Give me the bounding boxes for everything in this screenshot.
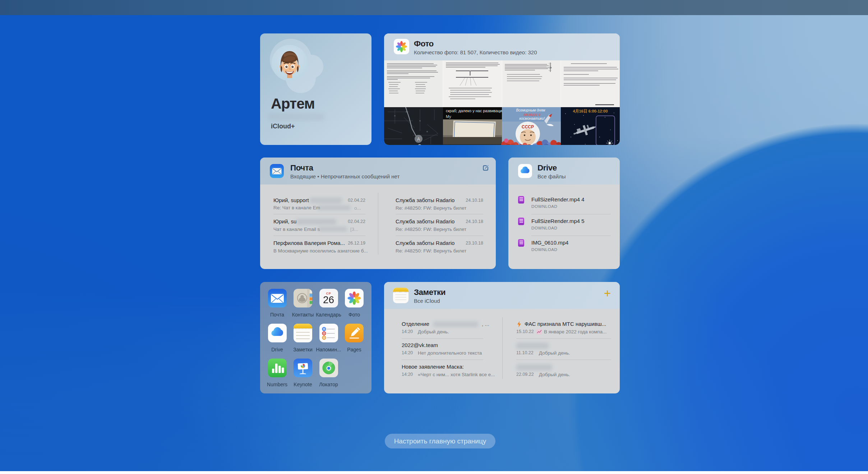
svg-text:космонавтики!: космонавтики! xyxy=(520,117,545,120)
svg-text:СССР: СССР xyxy=(522,124,534,129)
svg-text:4月16日 6:00-12:00: 4月16日 6:00-12:00 xyxy=(573,109,608,113)
svg-text:Му: Му xyxy=(446,114,451,119)
svg-text:Всемирным дням: Всемирным дням xyxy=(516,108,545,112)
svg-text:авиации и: авиации и xyxy=(523,113,541,117)
svg-text:A: A xyxy=(417,137,420,142)
svg-text:скраб; далеко у нас развиваци.: скраб; далеко у нас развиваци. xyxy=(446,109,503,113)
